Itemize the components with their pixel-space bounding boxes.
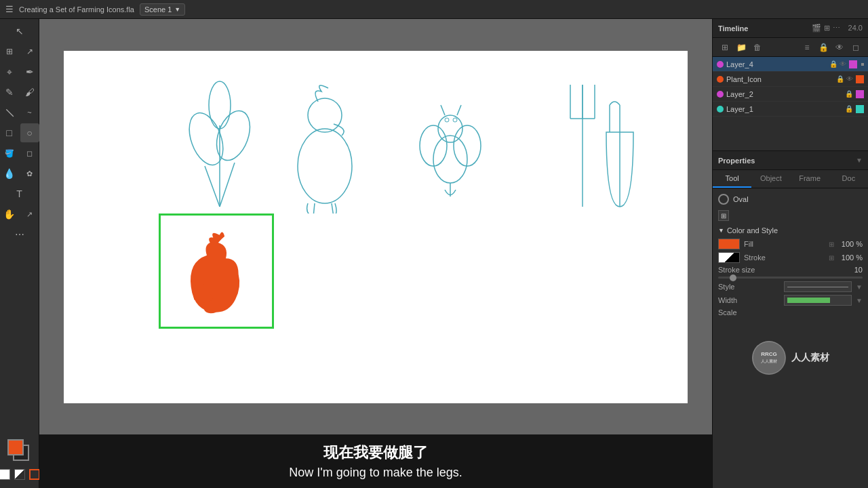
- timeline-outline[interactable]: ◻: [849, 41, 863, 54]
- subselect-tool[interactable]: ↗: [20, 42, 39, 61]
- layer4-icons: 🔒 👁: [829, 60, 846, 68]
- color-style-header[interactable]: ▼ Color and Style: [718, 226, 863, 235]
- tab-frame[interactable]: Frame: [791, 170, 829, 188]
- more-tools[interactable]: ⋯: [10, 225, 29, 244]
- fill-color-swatch[interactable]: [718, 239, 740, 249]
- timeline-folder[interactable]: 📁: [734, 41, 748, 54]
- timeline-icon-3[interactable]: ⋯: [833, 24, 840, 33]
- timeline-header: Timeline 🎬 ⊞ ⋯ 24.0: [713, 19, 868, 38]
- timeline-layers: Layer_4 🔒 👁 Plant_Icon 🔒 👁: [713, 57, 868, 150]
- ink-tool[interactable]: ~: [20, 103, 39, 122]
- stroke-size-slider[interactable]: [718, 277, 863, 279]
- timeline-settings[interactable]: ≡: [800, 41, 814, 54]
- stroke-color-swatch[interactable]: [718, 252, 740, 263]
- scale-row: Scale: [718, 308, 863, 317]
- layer-row-layer2[interactable]: Layer_2 🔒: [713, 87, 868, 102]
- timeline-title: Timeline: [718, 24, 808, 33]
- timeline-panel: Timeline 🎬 ⊞ ⋯ 24.0 ⊞ 📁 🗑 ≡ 🔒 👁 ◻: [713, 19, 868, 151]
- line-tool[interactable]: |: [0, 99, 22, 126]
- width-label: Width: [718, 296, 780, 304]
- style-line-selector[interactable]: [784, 281, 852, 292]
- brush-tool[interactable]: 🖌: [20, 83, 39, 102]
- layer1-lock[interactable]: 🔒: [845, 105, 853, 113]
- color-boxes: [7, 439, 32, 464]
- timeline-delete[interactable]: 🗑: [751, 41, 764, 54]
- width-bar[interactable]: [784, 295, 852, 306]
- subtitle-english: Now I'm going to make the legs.: [53, 466, 698, 480]
- rooster-box: [159, 214, 274, 329]
- canvas: [64, 51, 688, 403]
- layer4-color: [717, 61, 724, 68]
- tab-doc[interactable]: Doc: [829, 170, 868, 188]
- plant-icon-eye[interactable]: 👁: [846, 75, 853, 83]
- plant-icon-icons: 🔒 👁: [836, 75, 853, 83]
- scene-dropdown-icon: ▼: [174, 6, 180, 13]
- color-style-label: Color and Style: [727, 226, 778, 235]
- svg-line-16: [441, 105, 445, 115]
- layer-row-plant-icon[interactable]: Plant_Icon 🔒 👁: [713, 72, 868, 87]
- paint-bucket-tool[interactable]: 🪣: [0, 144, 19, 163]
- logo-circle: RRCG 人人素材: [752, 341, 786, 375]
- pen-tool[interactable]: ✒: [20, 62, 39, 81]
- layer4-color-bar: [849, 60, 857, 68]
- width-dropdown-icon[interactable]: ▼: [856, 297, 863, 304]
- scene-label: Scene 1: [144, 5, 172, 14]
- text-tool[interactable]: T: [10, 184, 29, 203]
- timeline-icons: 🎬 ⊞ ⋯ 24.0: [812, 24, 863, 33]
- stroke-size-label-row: Stroke size 10: [718, 266, 863, 274]
- plant-icon-color: [717, 76, 724, 83]
- properties-header: Properties ▼: [713, 151, 868, 170]
- plant-icon-lock[interactable]: 🔒: [836, 75, 844, 83]
- fill-opacity-icon: ⊞: [829, 241, 834, 248]
- timeline-icon-1[interactable]: 🎬: [812, 24, 821, 33]
- fill-label: Fill: [744, 240, 825, 248]
- layer-row-layer1[interactable]: Layer_1 🔒: [713, 102, 868, 117]
- swap-colors-icon[interactable]: [29, 469, 40, 480]
- arrow-tool[interactable]: ↖: [10, 22, 29, 41]
- style-dropdown-icon[interactable]: ▼: [856, 283, 863, 291]
- oval-row: Oval: [718, 194, 863, 205]
- tab-tool[interactable]: Tool: [713, 170, 751, 188]
- scene-selector[interactable]: Scene 1 ▼: [140, 3, 185, 16]
- fill-color-box[interactable]: [7, 439, 24, 455]
- subtitle-chinese: 现在我要做腿了: [53, 443, 698, 463]
- layer-row-layer4[interactable]: Layer_4 🔒 👁: [713, 57, 868, 72]
- svg-point-1: [183, 108, 230, 169]
- oval-label: Oval: [733, 195, 749, 203]
- layer1-color: [717, 106, 724, 113]
- hand-tool[interactable]: ✋: [0, 205, 19, 224]
- prop-tabs: Tool Object Frame Doc: [713, 170, 868, 188]
- rect-tool[interactable]: □: [0, 123, 19, 142]
- timeline-add-layer[interactable]: ⊞: [718, 41, 732, 54]
- timeline-icon-2[interactable]: ⊞: [824, 24, 830, 33]
- layer4-eye[interactable]: 👁: [840, 60, 846, 68]
- stroke-size-label: Stroke size: [718, 266, 850, 274]
- svg-point-6: [298, 129, 352, 203]
- svg-line-17: [457, 105, 461, 115]
- oval-tool[interactable]: ○: [20, 123, 39, 142]
- layer2-lock[interactable]: 🔒: [845, 90, 853, 98]
- no-color-icon[interactable]: [14, 469, 25, 480]
- stroke-label: Stroke: [744, 253, 825, 262]
- app-menu-icon[interactable]: ☰: [5, 4, 14, 14]
- reset-colors-icon[interactable]: [0, 469, 10, 480]
- tool-options-icon[interactable]: ⊞: [718, 210, 729, 221]
- canvas-wrapper[interactable]: [39, 19, 712, 434]
- lasso-tool[interactable]: ⌖: [0, 62, 19, 81]
- pointer-tool[interactable]: ↗: [20, 205, 39, 224]
- properties-collapse[interactable]: ▼: [856, 157, 863, 164]
- fill-row: Fill ⊞ 100 %: [718, 239, 863, 249]
- pencil-tool[interactable]: ✎: [0, 83, 19, 102]
- tab-object[interactable]: Object: [751, 170, 790, 188]
- eraser-tool[interactable]: ◻: [20, 144, 39, 163]
- free-transform-tool[interactable]: ⊞: [0, 42, 19, 61]
- deco-tool[interactable]: ✿: [20, 164, 39, 183]
- timeline-tools: ⊞ 📁 🗑 ≡ 🔒 👁 ◻: [713, 38, 868, 57]
- timeline-lock[interactable]: 🔒: [816, 41, 830, 54]
- eyedropper-tool[interactable]: 💧: [0, 164, 19, 183]
- top-bar: ☰ Creating a Set of Farming Icons.fla Sc…: [0, 0, 868, 19]
- svg-line-9: [332, 203, 334, 214]
- svg-point-3: [209, 81, 231, 129]
- layer4-lock[interactable]: 🔒: [829, 60, 837, 68]
- timeline-eye[interactable]: 👁: [833, 41, 846, 54]
